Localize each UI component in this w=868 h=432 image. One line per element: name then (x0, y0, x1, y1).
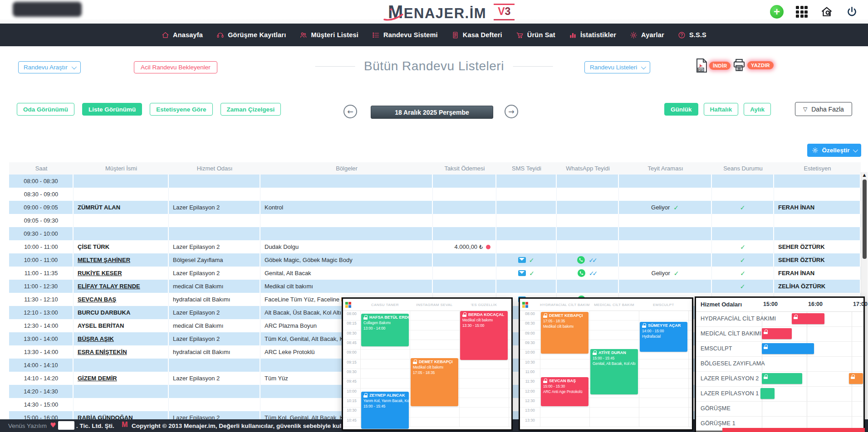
table-row[interactable]: 11:00 - 11:35RUKİYE KESERLazer Epilasyon… (9, 267, 861, 280)
footer-copyright: Copyright © 2013 Menajer.im, Değerli kul… (132, 422, 345, 429)
time-slot-label: 08:30 (343, 331, 360, 335)
nav-item-users[interactable]: Müşteri Listesi (299, 31, 358, 39)
next-day-button[interactable]: → (505, 105, 518, 118)
users-icon (299, 31, 307, 39)
prev-day-button[interactable]: ← (343, 105, 357, 118)
search-appointments-label: Randevu Araştır (24, 64, 68, 71)
event-title: HAFSA BETÜL ERDOĞU (363, 315, 407, 320)
column-header: Taksit Ödemesi (433, 165, 496, 172)
cell-whatsapp-confirm (557, 280, 619, 293)
appointment-event[interactable]: HAFSA BETÜL ERDOĞUCollagen Bakımı13:00 -… (361, 314, 409, 346)
apps-grid-icon[interactable] (796, 6, 808, 18)
customer-name-link[interactable]: ESRA ENİŞTEKİN (78, 349, 127, 355)
scrollbar-thumb[interactable] (863, 180, 867, 259)
period-button[interactable]: Aylık (744, 103, 771, 116)
add-icon[interactable]: + (770, 5, 784, 19)
event-detail: 15:00 - 15:30 (543, 384, 586, 388)
nav-item-ledger[interactable]: Kasa Defteri (451, 31, 502, 39)
table-row[interactable]: 11:00 - 12:30ELİFAY TALAY RENDEmedical C… (9, 280, 861, 293)
cell-confirm-call: Geliyor✓ (619, 267, 712, 280)
view-button[interactable]: Zaman Çizelgesi (221, 103, 281, 116)
time-slot-label: 12:00 (520, 389, 540, 393)
popup-header: HYDRAFACİAL CİLT BAKIMMEDİCAL CİLT BAKIM… (520, 299, 692, 311)
table-row[interactable]: 10:00 - 11:00MELTEM ŞAHİNERBölgesel Zayı… (9, 253, 861, 267)
customer-name-link[interactable]: ELİFAY TALAY RENDE (78, 283, 140, 290)
nav-item-headset[interactable]: Görüşme Kayıtları (216, 31, 286, 39)
room-row: BÖLGESEL ZAYIFLAMA (696, 357, 863, 372)
cell-confirm-call: Geliyor✓ (619, 201, 712, 214)
scroll-up-icon[interactable]: ▲ (861, 173, 868, 177)
more-button[interactable]: ▽Daha Fazla (795, 102, 852, 116)
customize-button[interactable]: Özelleştir (807, 144, 861, 157)
cell-session-status: ✓ (712, 267, 774, 280)
column-header: SMS Teyidi (496, 165, 557, 172)
customer-name-link[interactable]: GİZEM DEMİR (78, 375, 117, 382)
view-button[interactable]: Liste Görünümü (82, 103, 142, 116)
appointment-lists-dropdown[interactable]: Randevu Listeleri (584, 61, 650, 73)
room-reservation-bar[interactable] (792, 313, 824, 324)
room-reservation-bar[interactable] (849, 373, 863, 384)
table-row[interactable]: 09:30 - 10:00 (9, 227, 861, 240)
appointment-event[interactable]: ATİYE DURAN15:00 - 15:45Genital, Alt Bac… (590, 349, 638, 394)
customer-name-link[interactable]: BÜŞRA AŞIK (78, 335, 114, 342)
time-slot-label: 10:00 (520, 350, 540, 354)
view-button[interactable]: Oda Görünümü (17, 103, 74, 116)
appointment-event[interactable]: SÜMEYYE AÇAR14:00 - 15:00Hydrafacial (640, 322, 687, 352)
home-search-icon[interactable] (820, 5, 834, 18)
appointment-event[interactable]: DEMET KEBAPÇIMedikal cilt bakımı17:05 - … (411, 358, 458, 406)
date-display[interactable]: 18 Aralık 2025 Perşembe (371, 106, 493, 119)
appointment-event[interactable]: BERDA KOCAÇALMedikal cilt bakımı13:30 - … (460, 311, 508, 360)
lock-icon (764, 374, 768, 379)
period-button[interactable]: Haftalık (704, 103, 739, 116)
cell-customer-name: BÜŞRA AŞIK (74, 332, 169, 345)
logo-m-letter: ✦M (388, 3, 404, 21)
print-button[interactable]: YAZDIR (732, 58, 774, 73)
view-button[interactable]: Estetisyene Göre (150, 103, 212, 116)
cell-session-status (712, 188, 774, 201)
event-customer-name: DEMET KEBAPÇI (549, 313, 583, 318)
table-row[interactable]: 08:00 - 08:30 (9, 175, 861, 188)
period-switcher: GünlükHaftalıkAylık (664, 103, 771, 116)
event-detail: 15:00 - 15:45 (363, 404, 407, 408)
popup-title: Hizmet Odaları (701, 301, 742, 308)
room-reservation-bar[interactable] (762, 328, 792, 339)
nav-item-home[interactable]: Anasayfa (162, 31, 203, 39)
cell-confirm-call (619, 240, 712, 253)
customer-name-link[interactable]: MELTEM ŞAHİNER (78, 257, 130, 263)
cell-service-room: Lazer Epilasyon 2 (169, 240, 260, 253)
nav-item-gear[interactable]: Ayarlar (630, 31, 664, 39)
room-reservation-bar[interactable] (762, 373, 802, 384)
power-icon[interactable] (846, 6, 858, 18)
table-row[interactable]: 09:00 - 09:05ZÜMRÜT ALANLazer Epilasyon … (9, 201, 861, 214)
nav-item-cart[interactable]: Ürün Sat (516, 31, 555, 39)
download-pdf-button[interactable]: PDF İNDİR (695, 58, 731, 73)
cell-customer-name: GİZEM DEMİR (74, 372, 169, 385)
nav-item-chart[interactable]: İstatistikler (569, 31, 616, 39)
urgent-waiting-button[interactable]: Acil Randevu Bekleyenler (134, 61, 217, 73)
customer-name-link[interactable]: RUKİYE KESER (78, 270, 122, 277)
grid-vline (589, 311, 590, 427)
customer-name-link[interactable]: SEVCAN BAŞ (78, 296, 116, 303)
cell-customer-name (74, 385, 169, 398)
appointment-event[interactable]: SEVCAN BAŞ15:00 - 15:30ARC Anti Age Prot… (541, 377, 588, 406)
time-slot-label: 08:30 (520, 321, 540, 325)
table-row[interactable]: 09:05 - 09:30 (9, 214, 861, 227)
table-row[interactable]: 08:30 - 09:00 (9, 188, 861, 201)
nav-item-list[interactable]: Randevu Sistemi (372, 31, 438, 39)
room-label: BÖLGESEL ZAYIFLAMA (701, 360, 765, 367)
period-button[interactable]: Günlük (664, 103, 698, 116)
cell-installment-payment (433, 280, 496, 293)
cell-service-room (169, 385, 260, 398)
cell-time: 13:00 - 14:00 (9, 332, 74, 345)
table-row[interactable]: 10:00 - 11:00ÇİSE TÜRKLazer Epilasyon 2D… (9, 240, 861, 253)
cell-time: 14:00 - 14:10 (9, 359, 74, 372)
nav-item-label: Müşteri Listesi (311, 31, 358, 39)
cell-esthetician: SEHER ÖZTÜRK (774, 240, 861, 253)
room-reservation-bar[interactable] (760, 388, 775, 399)
search-appointments-dropdown[interactable]: Randevu Araştır (18, 61, 81, 73)
cell-sms-confirm (496, 240, 557, 253)
room-reservation-bar[interactable] (762, 343, 814, 354)
nav-item-question[interactable]: S.S.S (678, 31, 706, 39)
appointment-event[interactable]: ZEYNEP ALINCAKYarım Kol, Yarım Bacak, Ko… (361, 392, 409, 429)
appointment-event[interactable]: DEMET KEBAPÇI17:05 - 18:35Medikal cilt b… (541, 312, 588, 354)
